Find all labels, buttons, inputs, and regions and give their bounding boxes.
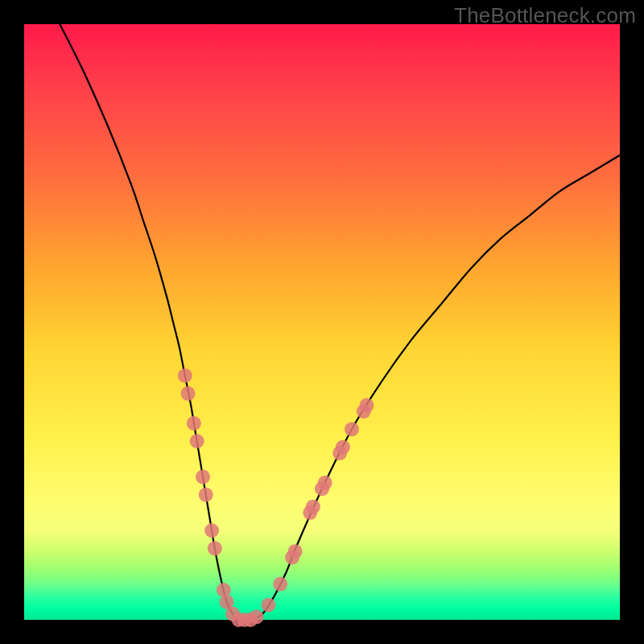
marker-point xyxy=(345,422,359,436)
chart-svg xyxy=(24,24,620,620)
bottleneck-curve-line xyxy=(60,24,620,621)
marker-point xyxy=(190,434,204,448)
marker-point xyxy=(199,488,213,502)
marker-point xyxy=(273,577,287,592)
marker-point xyxy=(181,386,196,401)
marker-point xyxy=(178,369,192,383)
plot-area xyxy=(24,24,620,620)
marker-point xyxy=(261,598,275,613)
marker-point xyxy=(250,609,264,624)
marker-point xyxy=(187,416,201,431)
highlighted-points xyxy=(178,369,374,627)
marker-point xyxy=(360,398,374,413)
marker-point xyxy=(288,544,303,559)
marker-point xyxy=(204,523,219,538)
marker-point xyxy=(336,440,350,454)
marker-point xyxy=(196,469,210,484)
marker-point xyxy=(306,499,320,514)
marker-point xyxy=(318,476,332,490)
chart-frame: TheBottleneck.com xyxy=(0,0,644,644)
marker-point xyxy=(208,541,222,555)
